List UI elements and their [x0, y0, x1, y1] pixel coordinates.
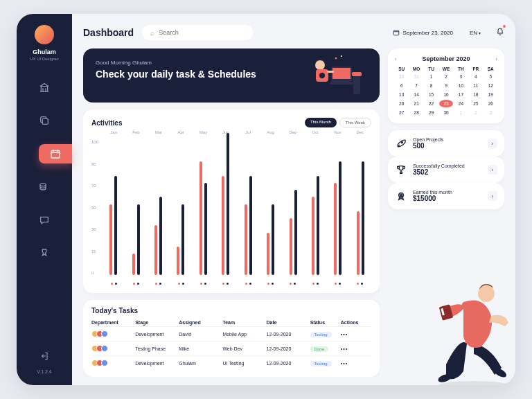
toggle-month[interactable]: This Month [305, 118, 337, 127]
nav-chat[interactable] [33, 211, 55, 230]
calendar-day[interactable]: 7 [409, 82, 423, 89]
calendar-day[interactable]: 1 [425, 73, 438, 80]
calendar-day[interactable]: 21 [409, 100, 423, 107]
calendar-day[interactable]: 19 [484, 91, 497, 98]
calendar-day[interactable]: 18 [469, 91, 482, 98]
svg-rect-11 [353, 73, 360, 94]
stat-label: Earned this month [413, 190, 482, 195]
calendar-day[interactable]: 17 [454, 91, 468, 98]
bar[interactable] [132, 254, 135, 275]
stat-arrow[interactable]: › [488, 165, 497, 175]
bar[interactable] [312, 197, 314, 275]
calendar-day[interactable]: 2 [439, 73, 452, 80]
nav-calendar[interactable] [39, 144, 72, 163]
logout-button[interactable] [39, 351, 49, 364]
notifications-button[interactable] [496, 26, 504, 39]
search-box[interactable]: ⌕ [142, 25, 253, 40]
calendar-day[interactable]: 5 [484, 73, 497, 80]
calendar-day[interactable]: 27 [395, 109, 408, 116]
search-input[interactable] [159, 29, 245, 36]
calendar-day[interactable]: 29 [425, 109, 438, 116]
calendar-day[interactable]: 10 [454, 82, 468, 89]
bar[interactable] [267, 233, 269, 276]
bar[interactable] [137, 204, 140, 276]
bar[interactable] [181, 204, 184, 276]
calendar-day[interactable]: 23 [439, 100, 452, 107]
chart-bars: JanFebMarAprMayJunJulAugSepOctNovDec [103, 133, 371, 285]
calendar-day[interactable]: 16 [439, 91, 452, 98]
toggle-week[interactable]: This Week [339, 118, 371, 127]
activities-chart: 10080705030150 JanFebMarAprMayJunJulAugS… [91, 133, 371, 285]
calendar-day[interactable]: 3 [454, 73, 468, 80]
bar[interactable] [362, 161, 364, 275]
bar[interactable] [334, 183, 337, 275]
calendar-day[interactable]: 8 [425, 82, 438, 89]
svg-point-13 [335, 57, 337, 60]
row-actions[interactable]: ••• [341, 361, 371, 366]
calendar-day[interactable]: 13 [395, 91, 408, 98]
calendar-day[interactable]: 22 [425, 100, 438, 107]
bar[interactable] [317, 176, 319, 276]
hero-illustration [303, 53, 373, 101]
avatar[interactable] [35, 25, 54, 44]
stat-card[interactable]: Open Projects500› [388, 130, 504, 157]
bar[interactable] [245, 204, 247, 276]
svg-point-7 [315, 60, 325, 70]
stat-arrow[interactable]: › [488, 139, 497, 148]
date-display[interactable]: September 23, 2020 [393, 29, 453, 36]
calendar-day[interactable]: 14 [409, 91, 423, 98]
calendar-day[interactable]: 4 [469, 73, 482, 80]
bar[interactable] [177, 247, 179, 275]
table-row[interactable]: DevelopmentDavidMobile App12-09-2020Test… [91, 326, 371, 341]
language-selector[interactable]: EN▾ [470, 30, 481, 36]
calendar-day[interactable]: 3 [484, 109, 497, 116]
bar[interactable] [114, 176, 117, 276]
bar[interactable] [227, 133, 229, 275]
row-actions[interactable]: ••• [341, 332, 371, 337]
stat-arrow[interactable]: › [488, 191, 497, 201]
bar[interactable] [357, 211, 360, 275]
calendar-day[interactable]: 28 [409, 109, 423, 116]
stage-cell: Development [135, 332, 179, 337]
stage-cell: Development [135, 361, 179, 366]
calendar-day[interactable]: 9 [439, 82, 452, 89]
bar[interactable] [109, 204, 112, 276]
bar[interactable] [154, 225, 157, 275]
calendar-day[interactable]: 26 [484, 100, 497, 107]
table-row[interactable]: Testing PhaseMikeWeb Dev12-09-2020Done••… [91, 341, 371, 355]
nav-copy[interactable] [33, 111, 55, 130]
calendar-day[interactable]: 12 [484, 82, 497, 89]
row-actions[interactable]: ••• [341, 346, 371, 351]
calendar-next[interactable]: › [495, 56, 497, 62]
table-row[interactable]: DevelopmentGhulamUI Testing12-09-2020Tes… [91, 355, 371, 370]
bar[interactable] [222, 176, 224, 276]
bar[interactable] [204, 183, 207, 275]
calendar-prev[interactable]: ‹ [395, 56, 397, 62]
bar[interactable] [290, 218, 292, 275]
stat-card[interactable]: Successfully Completed3502› [388, 157, 504, 183]
stat-card[interactable]: Earned this month$15000› [388, 183, 504, 209]
calendar-day[interactable]: 15 [425, 91, 438, 98]
calendar-day[interactable]: 25 [469, 100, 482, 107]
nav-institution[interactable] [33, 78, 55, 97]
svg-rect-1 [51, 150, 60, 158]
hero-banner: Good Morning Ghulam Check your daily tas… [83, 48, 380, 103]
svg-rect-3 [394, 30, 400, 35]
bar[interactable] [272, 204, 274, 276]
bar[interactable] [159, 197, 162, 275]
bar[interactable] [200, 161, 202, 275]
calendar-day[interactable]: 30 [395, 73, 408, 80]
calendar-day[interactable]: 24 [454, 100, 468, 107]
calendar-day[interactable]: 1 [454, 109, 468, 116]
calendar-day[interactable]: 31 [409, 73, 423, 80]
nav-coins[interactable] [33, 177, 55, 197]
calendar-day[interactable]: 11 [469, 82, 482, 89]
calendar-day[interactable]: 20 [395, 100, 408, 107]
calendar-day[interactable]: 2 [469, 109, 482, 116]
bar[interactable] [294, 190, 297, 275]
bar[interactable] [249, 176, 252, 276]
calendar-day[interactable]: 30 [439, 109, 452, 116]
bar[interactable] [339, 161, 342, 275]
calendar-day[interactable]: 6 [395, 82, 408, 89]
nav-award[interactable] [33, 244, 55, 263]
